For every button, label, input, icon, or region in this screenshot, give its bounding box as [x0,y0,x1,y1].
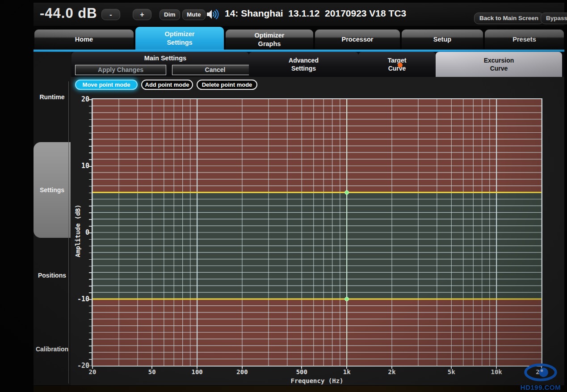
subtab-advanced-settings[interactable]: Advanced Settings [249,52,358,77]
y-tick-label: 20 [71,95,89,103]
dim-button[interactable]: Dim [160,9,180,20]
x-tick-mark [496,367,497,369]
x-tick-label: 50 [143,368,161,375]
x-tick-label: 2k [383,368,401,375]
main-settings-label: Main Settings [71,54,259,63]
back-to-main-screen-button[interactable]: Back to Main Screen [474,13,544,24]
y-tick-label: -10 [71,295,89,303]
x-tick-label: 200 [233,368,251,375]
control-point[interactable] [345,297,349,301]
bypass-button[interactable]: Bypass [541,13,567,24]
volume-down-button[interactable]: - [101,9,120,20]
y-tick-label: 0 [71,228,89,236]
photo-background: -44.0 dB - + Dim Mute 14: Shanghai 13.1.… [0,0,567,392]
tab-home[interactable]: Home [34,30,134,50]
excursion-curve-panel: Move point mode Add point mode Delete po… [71,77,564,385]
x-tick-mark [301,367,302,369]
target-curve-label: Target Curve [388,56,407,72]
add-point-mode-button[interactable]: Add point mode [141,80,193,90]
x-tick-label: 5k [442,368,460,375]
sidebar: Runtime Settings Positions Calibration [34,52,71,385]
cancel-button[interactable]: Cancel [172,65,258,75]
watermark: HD199.COM [515,363,566,391]
subtab-main-settings[interactable]: Main Settings Apply Changes Cancel [71,52,249,77]
tab-optimizer-graphs[interactable]: Optimizer Graphs [226,30,313,50]
x-tick-mark [197,367,197,369]
x-tick-mark [242,367,243,369]
x-tick-mark [346,367,347,369]
volume-level: -44.0 dB [40,5,97,21]
sidebar-item-runtime[interactable]: Runtime [34,52,71,142]
y-tick-label: 10 [71,162,89,170]
sub-tab-bar: Main Settings Apply Changes Cancel Advan… [71,52,564,77]
sidebar-item-calibration[interactable]: Calibration [34,313,71,385]
move-point-mode-button[interactable]: Move point mode [75,80,138,90]
top-bar: -44.0 dB - + Dim Mute 14: Shanghai 13.1.… [34,3,564,26]
excursion-curve-plot[interactable] [92,98,542,367]
mute-button[interactable]: Mute [182,9,206,20]
speaker-icon [206,8,220,20]
preset-title: 14: Shanghai 13.1.12 20170923 V18 TC3 [225,8,406,19]
monitor-bezel [34,386,567,392]
control-point[interactable] [345,190,349,194]
volume-up-button[interactable]: + [133,9,151,20]
excursion-plot-grid[interactable] [92,99,542,366]
x-tick-mark [92,367,93,369]
app-screen: -44.0 dB - + Dim Mute 14: Shanghai 13.1.… [34,3,564,385]
tab-presets[interactable]: Presets [485,30,564,50]
tab-optimizer-settings[interactable]: Optimizer Settings [135,27,224,50]
apply-changes-button[interactable]: Apply Changes [75,65,166,75]
modified-indicator-dot [398,63,403,67]
delete-point-mode-button[interactable]: Delete point mode [197,80,257,90]
subtab-target-curve[interactable]: Target Curve [358,52,436,77]
sidebar-item-settings[interactable]: Settings [34,142,71,238]
tab-processor[interactable]: Processor [315,30,400,50]
eye-logo-icon [523,363,558,382]
x-tick-mark [151,367,152,369]
main-tab-bar: Home Optimizer Settings Optimizer Graphs… [34,26,564,52]
x-tick-label: 100 [188,368,206,375]
tab-setup[interactable]: Setup [402,30,483,50]
x-tick-mark [451,367,452,369]
x-tick-mark [391,367,392,369]
x-tick-label: 20 [84,368,101,375]
sidebar-item-positions[interactable]: Positions [34,238,71,313]
x-tick-label: 10k [487,368,505,375]
watermark-text: HD199.COM [515,384,566,391]
subtab-excursion-curve[interactable]: Excursion Curve [436,52,562,77]
x-tick-label: 1k [338,368,356,375]
x-tick-label: 500 [293,368,311,375]
x-axis-label: Frequency (Hz) [92,377,542,384]
